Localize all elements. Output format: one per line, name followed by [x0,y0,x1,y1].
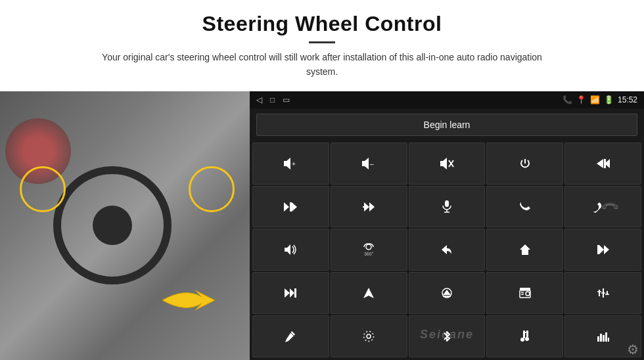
title-divider [309,41,335,43]
radio-button[interactable] [486,272,563,314]
svg-marker-15 [369,202,375,212]
time-display: 15:52 [618,95,637,104]
yellow-arrow [159,281,225,320]
camera-360-button[interactable]: 360° [331,229,407,271]
vol-up-button[interactable]: + [252,143,329,185]
svg-rect-31 [443,296,451,297]
header-section: Steering Wheel Control Your original car… [0,0,644,85]
svg-marker-28 [363,288,374,298]
svg-rect-27 [294,288,296,298]
svg-point-45 [364,332,374,342]
begin-learn-row: Begin learn [250,108,644,141]
car-background [0,91,250,360]
edit-button[interactable] [252,315,329,357]
svg-rect-11 [290,202,292,212]
control-grid: + – [250,141,644,360]
svg-rect-53 [603,335,605,342]
next-button[interactable] [252,186,329,228]
location-icon: 📍 [576,95,586,104]
skip-back-button[interactable] [564,229,641,271]
call-button[interactable] [486,186,563,228]
mic-button[interactable] [409,186,486,228]
sw-center [93,206,132,245]
svg-marker-4 [440,158,447,169]
android-ui: ◁ □ ▭ 📞 📍 📶 🔋 15:52 Begin learn [250,91,644,360]
back-nav-icon[interactable]: ◁ [256,95,262,104]
music-button[interactable] [486,315,563,357]
announce-button[interactable] [252,229,329,271]
svg-rect-46 [523,330,525,338]
svg-rect-55 [608,338,609,342]
subtitle-text: Your original car's steering wheel contr… [92,50,552,79]
highlight-circle-right [189,166,235,212]
prev-button[interactable] [564,143,641,185]
end-call-button[interactable]: 📞 [564,186,641,228]
svg-rect-16 [445,200,449,207]
back-nav-button[interactable] [409,229,486,271]
svg-text:+: + [292,160,296,168]
svg-marker-24 [604,245,609,254]
svg-point-44 [367,334,371,338]
page: Steering Wheel Control Your original car… [0,0,644,360]
eq-button[interactable] [564,272,641,314]
home-nav-button[interactable] [486,229,563,271]
svg-marker-19 [285,244,290,255]
home-nav-icon[interactable]: □ [270,95,275,104]
svg-point-50 [525,337,529,341]
svg-marker-26 [290,288,294,298]
svg-marker-0 [284,158,290,169]
svg-rect-22 [597,245,599,254]
svg-point-20 [366,244,371,250]
svg-marker-12 [292,202,297,212]
navigate-button[interactable] [331,272,407,314]
svg-marker-25 [285,288,290,298]
bluetooth-button[interactable] [409,315,486,357]
svg-marker-7 [597,159,603,168]
svg-text:–: – [370,160,374,168]
car-image [0,91,250,360]
power-button[interactable] [486,143,563,185]
skip-next2-button[interactable] [252,272,329,314]
settings2-button[interactable] [331,315,407,357]
settings-gear-button[interactable]: ⚙ [627,342,639,357]
mute-button[interactable] [409,143,486,185]
svg-marker-21 [520,244,530,255]
phone-icon: 📞 [563,95,572,104]
status-right: 📞 📍 📶 🔋 15:52 [563,95,637,104]
battery-icon: 🔋 [604,95,614,104]
svg-marker-23 [599,245,604,254]
svg-rect-33 [520,288,530,290]
wifi-icon: 📶 [590,95,600,104]
begin-learn-button[interactable]: Begin learn [256,114,637,136]
status-nav: ◁ □ ▭ [256,95,290,104]
sw-rim [53,166,172,284]
svg-marker-10 [284,202,289,212]
svg-marker-30 [443,290,451,295]
page-title: Steering Wheel Control [39,12,605,36]
svg-marker-2 [362,158,369,169]
recent-nav-icon[interactable]: ▭ [283,95,290,104]
eject-button[interactable] [409,272,486,314]
seek-button[interactable] [331,186,407,228]
status-bar: ◁ □ ▭ 📞 📍 📶 🔋 15:52 [250,91,644,108]
svg-rect-51 [597,336,599,342]
vol-down-button[interactable]: – [331,143,407,185]
svg-rect-54 [605,332,607,342]
steering-wheel [53,166,172,284]
content-area: ◁ □ ▭ 📞 📍 📶 🔋 15:52 Begin learn [0,91,644,360]
svg-rect-52 [600,334,602,342]
svg-point-49 [520,338,524,342]
svg-point-34 [526,292,530,296]
svg-marker-14 [364,202,369,212]
